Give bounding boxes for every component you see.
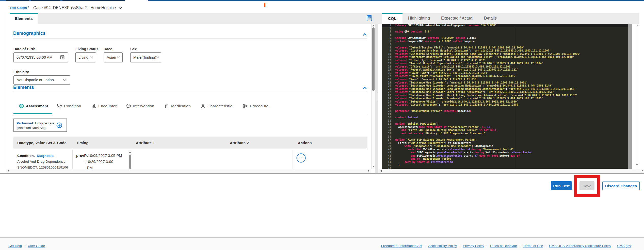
right-panel-horizontal-scrollbar[interactable] [378, 169, 644, 173]
timing-cell-scrollbar[interactable] [128, 150, 132, 169]
scroll-down-arrow-icon[interactable] [636, 164, 638, 166]
race-select[interactable]: Asian [104, 52, 123, 62]
code-text: using QDM version '5.6' [395, 30, 431, 33]
save-button[interactable]: Save [579, 181, 594, 190]
line-number: 30 [382, 116, 391, 119]
chrome-segment [0, 0, 6, 1]
line-number: 41 [382, 151, 391, 154]
code-line: 11valueset "Emergency Department Evaluat… [382, 56, 628, 59]
discard-changes-button[interactable]: Discard Changes [602, 181, 640, 190]
chevron-down-icon[interactable] [119, 7, 122, 9]
code-line: 20valueset "Substance Use Disorder Long … [382, 84, 628, 88]
scroll-up-arrow-icon[interactable] [372, 25, 374, 26]
breadcrumb-current-case[interactable]: Case #94: DENEXPassStrat2 - HomeHospice [33, 6, 116, 10]
collapse-elements-icon[interactable] [363, 87, 367, 89]
code-line: 2 [382, 27, 628, 30]
footer-link-privacy-policy[interactable]: Privacy Policy [463, 244, 484, 248]
performed-hospice-care-chip[interactable]: Performed: Hospice care [Minimum Data Se… [13, 119, 67, 132]
race-value: Asian [107, 55, 116, 59]
code-line: 4 [382, 34, 628, 37]
code-text: such that ValidEncounters.relevantPeriod… [395, 148, 513, 151]
dob-input[interactable]: 07/07/1995 08:00 AM [13, 52, 68, 62]
line-number: 24 [382, 97, 391, 100]
code-line: 12valueset "Ethnicity": 'urn:oid:2.16.84… [382, 59, 628, 62]
line-number: 20 [382, 84, 391, 87]
calculator-icon[interactable] [367, 15, 372, 21]
left-panel-vertical-scrollbar[interactable] [371, 24, 375, 169]
scroll-right-arrow-icon[interactable] [368, 170, 369, 172]
right-panel-vertical-scrollbar[interactable] [635, 24, 639, 169]
right-panel-tabstrip [402, 13, 639, 24]
line-number: 22 [382, 91, 391, 93]
row-actions-button[interactable] [296, 153, 306, 163]
footer-link-cms-gov[interactable]: CMS.gov [617, 244, 631, 248]
editor-scrollbar[interactable] [628, 24, 632, 169]
element-tab-label: Procedure [250, 104, 268, 108]
calendar-icon[interactable] [60, 55, 65, 60]
code-text: valueset "Substance Use Disorder Long Ac… [395, 88, 576, 90]
col-header-attribute1: Attribute 1 [136, 141, 155, 145]
footer-left-links: Get Help|User Guide [8, 244, 45, 248]
panels-bottom-border [0, 173, 644, 174]
code-text: First(("Qualifying Encounters") ValidEnc… [395, 142, 472, 144]
scroll-up-arrow-icon[interactable] [129, 151, 131, 153]
footer-link-cms-hhs-vulnerability-disclosure-policy[interactable]: CMS/HHS Vulnerability Disclosure Policy [549, 244, 611, 248]
procedure-icon [243, 104, 248, 109]
footer-link-freedom-of-information-act[interactable]: Freedom of Information Act [381, 244, 422, 248]
code-line: 40 such that ValidEncounters.relevantPer… [382, 148, 628, 151]
code-text: valueset "Telephone Visits": 'urn:oid:2.… [395, 100, 518, 103]
code-line: 23valueset "Substance Use Disorder Short… [382, 94, 628, 97]
left-panel-horizontal-scrollbar[interactable] [6, 169, 371, 173]
code-text: define "First SUD Episode During Measure… [395, 138, 478, 141]
sex-value: Male (finding) [133, 55, 156, 59]
collapse-demographics-icon[interactable] [363, 33, 367, 36]
footer-link-user-guide[interactable]: User Guide [28, 244, 45, 248]
line-number: 35 [382, 132, 391, 135]
add-circle-icon[interactable] [56, 122, 62, 128]
footer-link-terms-of-use[interactable]: Terms of Use [523, 244, 543, 248]
breadcrumb-test-cases-link[interactable]: Test Cases [10, 6, 27, 10]
scrollbar-thumb[interactable] [372, 27, 375, 91]
ethnicity-select[interactable]: Not Hispanic or Latino [13, 75, 70, 85]
sex-select[interactable]: Male (finding) [130, 52, 161, 62]
code-line: 37define "First SUD Episode During Measu… [382, 138, 628, 142]
line-number: 11 [382, 56, 391, 58]
scrollbar-thumb[interactable] [129, 155, 131, 169]
footer-separator: | [546, 244, 547, 248]
tab-expected-actual[interactable]: Expected / Actual [441, 16, 473, 21]
code-line: 28parameter "Measurement Period" Interva… [382, 110, 628, 113]
code-text: valueset "Substance Use Disorder Long Ac… [395, 84, 553, 87]
run-test-button[interactable]: Run Test [551, 181, 572, 190]
tab-highlighting[interactable]: Highlighting [408, 16, 430, 21]
tab-elements[interactable]: Elements [10, 13, 38, 24]
row-datatype: Condition, [17, 154, 35, 158]
line-number: 27 [382, 107, 391, 109]
panel-splitter[interactable] [375, 13, 378, 173]
footer-separator: | [520, 244, 521, 248]
scroll-up-arrow-icon[interactable] [636, 25, 638, 26]
medication-icon [164, 104, 169, 109]
cql-code-editor[interactable]: 1library CMS137SUDTreatmentInitiationEng… [382, 24, 628, 169]
row-timing-line2: - 10/29/2027 3:00 [84, 160, 113, 164]
living-status-select[interactable]: Living [75, 52, 96, 62]
code-text: context Patient [395, 116, 418, 119]
tabstrip-gap-filler [375, 13, 382, 24]
scroll-left-arrow-icon[interactable] [380, 170, 382, 172]
scroll-down-arrow-icon[interactable] [372, 166, 374, 167]
tab-details[interactable]: Details [484, 16, 497, 21]
row-diagnosis-link[interactable]: Diagnosis [37, 154, 54, 158]
tab-cql[interactable]: CQL [382, 13, 402, 24]
line-number: 34 [382, 129, 391, 131]
code-text: define "Initial Population": [395, 122, 439, 125]
element-tab-label: Characteristic [207, 104, 232, 108]
scroll-left-arrow-icon[interactable] [8, 170, 9, 172]
scrollbar-thumb[interactable] [628, 24, 632, 169]
footer-link-rules-of-behavior[interactable]: Rules of Behavior [490, 244, 517, 248]
footer-link-accessibility-policy[interactable]: Accessibility Policy [428, 244, 457, 248]
footer-link-get-help[interactable]: Get Help [8, 244, 22, 248]
breadcrumb-separator: / [28, 6, 29, 10]
line-number: 37 [382, 138, 391, 141]
scroll-right-arrow-icon[interactable] [642, 170, 643, 172]
code-text: include HospiceQDM version '7.0.000' cal… [395, 40, 475, 43]
characteristic-icon [201, 104, 205, 109]
